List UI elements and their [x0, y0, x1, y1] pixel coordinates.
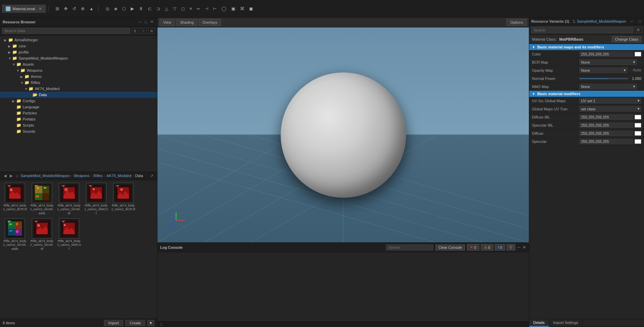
tree-item-armareforger[interactable]: ▶ 📁 ArmaReforger	[0, 37, 157, 43]
clear-console-btn[interactable]: Clear Console	[435, 244, 465, 250]
breadcrumb-weapons[interactable]: Weapons	[74, 174, 89, 178]
viewport-scene[interactable]: X Y Z	[157, 27, 529, 242]
prop-dots-opacity[interactable]: ⋯	[628, 68, 632, 72]
rp-expand-btn[interactable]: □	[638, 19, 642, 24]
log-search-input[interactable]	[386, 244, 433, 250]
prop-value-specular[interactable]: 255,255,255,255	[579, 139, 633, 144]
toolbar-btn-i[interactable]: ▽	[171, 5, 178, 13]
toolbar-scale-btn[interactable]: ⊕	[79, 5, 87, 13]
toolbar-move-btn[interactable]: ✥	[62, 5, 70, 13]
prop-swatch-specibl[interactable]	[635, 123, 641, 128]
prop-swatch-diffuseibl[interactable]	[635, 115, 641, 119]
log-funnel-btn[interactable]: ▽	[507, 244, 515, 250]
tree-item-data[interactable]: 📂 Data	[0, 92, 157, 98]
toolbar-rotate-btn[interactable]: ↺	[70, 5, 78, 13]
toolbar-btn-h[interactable]: △	[163, 5, 170, 13]
toolbar-grid-btn[interactable]: ⊞	[53, 5, 61, 13]
tree-item-configs[interactable]: ▶ 📁 Configs	[0, 98, 157, 104]
tree-item-core[interactable]: ▶ 📁 core	[0, 43, 157, 49]
import-btn[interactable]: Import	[104, 320, 123, 326]
toolbar-btn-g[interactable]: ⊐	[154, 5, 162, 13]
tree-item-weapons[interactable]: ▼ 📁 Weapons	[0, 67, 157, 73]
search-settings-btn[interactable]: ⚙	[148, 28, 155, 34]
search-input[interactable]	[2, 28, 130, 34]
prop-dropdown-nmo[interactable]: None ▾	[579, 84, 637, 89]
list-item[interactable]: Rifle_ak74_body1_camo1_MASK.edds	[30, 183, 54, 216]
create-btn[interactable]: Create	[125, 320, 145, 326]
toolbar-btn-k[interactable]: ≡	[188, 5, 194, 13]
warning-filter-btn[interactable]: ⚠ 0	[481, 244, 493, 250]
breadcrumb-samplemod[interactable]: SampleMod_ModdedWeapon	[21, 174, 70, 178]
material-tab[interactable]: Material.emat ✕	[2, 5, 46, 13]
prop-dots-nmo[interactable]: ⋯	[638, 84, 641, 89]
list-item[interactable]: Rifle_ak74_body1_camo1_NMO.tif	[84, 183, 108, 216]
toolbar-btn-f[interactable]: ⊏	[146, 5, 154, 13]
tree-item-rifles[interactable]: ▼ 📁 Rifles	[0, 80, 157, 86]
prop-swatch-specular[interactable]	[635, 139, 641, 144]
toolbar-btn-l[interactable]: ═	[195, 5, 202, 13]
prop-dropdown-uvsrc[interactable]: UV set 1 ▾	[579, 98, 641, 104]
toolbar-btn-a[interactable]: ◎	[104, 5, 111, 13]
overlays-btn[interactable]: Overlays	[199, 19, 221, 26]
log-close-btn[interactable]: ✕	[522, 245, 526, 250]
create-dropdown-btn[interactable]: ▼	[147, 320, 154, 326]
panel-minimize-btn[interactable]: ─	[138, 20, 143, 24]
toolbar-btn-o[interactable]: ◯	[219, 5, 229, 13]
info-filter-btn[interactable]: ℹ 0	[495, 244, 505, 250]
toolbar-btn-d[interactable]: ▶	[129, 5, 136, 13]
toolbar-btn-r[interactable]: ◼	[247, 5, 255, 13]
toolbar-btn-q[interactable]: ⌘	[238, 5, 246, 13]
slider-normalpow[interactable]	[579, 78, 628, 79]
rp-search-input[interactable]	[531, 27, 633, 33]
tree-item-assets[interactable]: ▼ 📁 Assets	[0, 61, 157, 67]
prop-value-diffuse[interactable]: 255,255,255,255	[579, 131, 633, 136]
tree-item-ak74[interactable]: ▼ 📁 AK74_Modded	[0, 86, 157, 92]
toolbar-btn-m[interactable]: ⊣	[202, 5, 210, 13]
change-class-btn[interactable]: Change Class	[612, 36, 641, 42]
prop-swatch-diffuse[interactable]	[635, 131, 641, 136]
prop-dropdown-opacity[interactable]: None ▾	[579, 67, 627, 73]
tree-item-profile[interactable]: ▶ 📁 profile	[0, 49, 157, 55]
shading-btn[interactable]: Shading	[176, 19, 197, 26]
breadcrumb-rifles[interactable]: Rifles	[93, 174, 103, 178]
search-filter-btn[interactable]: ▽	[140, 28, 147, 34]
tree-item-scripts[interactable]: 📁 Scripts	[0, 122, 157, 128]
tree-item-particles[interactable]: 📁 Particles	[0, 110, 157, 116]
nav-forward-btn[interactable]: ▶	[9, 173, 14, 178]
breadcrumb-ak74[interactable]: AK74_Modded	[107, 174, 131, 178]
toolbar-btn-j[interactable]: ◻	[179, 5, 187, 13]
list-item[interactable]: Rifle_ak74_body2_camo1_BCR.tif	[111, 183, 135, 216]
toolbar-btn-c[interactable]: ⬡	[120, 5, 128, 13]
nav-expand-btn[interactable]: ⇗	[149, 173, 154, 178]
tree-item-language[interactable]: 📁 Language	[0, 104, 157, 110]
prop-value-diffuseibl[interactable]: 255,255,255,255	[579, 114, 633, 120]
toolbar-btn-b[interactable]: ◈	[112, 5, 120, 13]
prop-dropdown-bcr[interactable]: None ▾	[579, 59, 637, 65]
tab-details[interactable]: Details	[529, 319, 549, 327]
tab-close-btn[interactable]: ✕	[39, 6, 42, 11]
nav-back-btn[interactable]: ◀	[3, 173, 7, 178]
panel-maximize-btn[interactable]: □	[144, 20, 148, 24]
options-btn[interactable]: Options	[507, 19, 527, 26]
list-item[interactable]: Rifle_ak74_body1_camo1_MASK.tif	[57, 183, 81, 216]
toolbar-btn-p[interactable]: ▣	[229, 5, 237, 13]
prop-value-specibl[interactable]: 255,255,255,255	[579, 123, 633, 128]
log-minimize-btn[interactable]: ─	[517, 245, 520, 250]
tab-import-settings[interactable]: Import Settings	[549, 319, 583, 327]
prop-dropdown-uvtran[interactable]: set class ▾	[579, 106, 641, 112]
list-item[interactable]: Rifle_ak74_body1_camo1_BCR.tif	[3, 183, 27, 216]
prop-value-color[interactable]: 255,255,255,255	[579, 51, 633, 57]
rp-minimize-btn[interactable]: ─	[629, 19, 634, 24]
rp-section-1[interactable]: ▼ Basic material maps and its modifiers	[529, 44, 644, 50]
tree-item-ammo[interactable]: ▶ 📁 Ammo	[0, 73, 157, 80]
list-item[interactable]: Rifle_ak74_body2_camo1_NMO.tif	[57, 218, 81, 251]
filter-btn[interactable]: ☰	[131, 28, 138, 34]
error-filter-btn[interactable]: ✕ 0	[467, 244, 479, 250]
tree-item-sounds[interactable]: 📁 Sounds	[0, 128, 157, 134]
list-item[interactable]: Rifle_ak74_body2_camo1_MASK.tif	[30, 218, 54, 251]
prop-dots-bcr[interactable]: ⋯	[638, 60, 641, 64]
toolbar-btn-n[interactable]: ⊢	[211, 5, 219, 13]
view-btn[interactable]: View	[159, 19, 175, 26]
nav-home-btn[interactable]: ⌂	[15, 173, 19, 178]
list-item[interactable]: Rifle_ak74_body2_camo1_MASK.edds	[3, 218, 27, 251]
